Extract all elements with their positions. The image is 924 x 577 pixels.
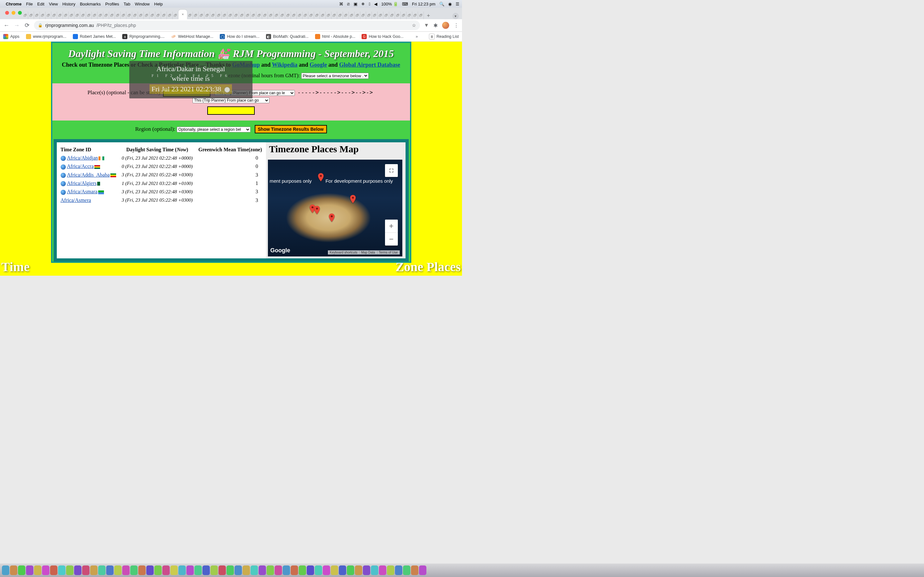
- menu-profiles[interactable]: Profiles: [105, 2, 119, 6]
- brave-shield-icon[interactable]: ▼: [424, 23, 429, 28]
- pinned-tab[interactable]: 🗗: [401, 11, 407, 19]
- show-results-button[interactable]: Show Timezone Results Below: [255, 125, 327, 133]
- timezone-link[interactable]: Africa/Algiers: [67, 181, 97, 186]
- timezone-link[interactable]: Africa/Abidjan: [67, 155, 98, 161]
- pinned-tab[interactable]: 🗗: [250, 11, 256, 19]
- pinned-tab[interactable]: 🗗: [132, 11, 138, 19]
- pinned-tab[interactable]: 🗗: [121, 11, 126, 19]
- pinned-tab[interactable]: 🗗: [69, 11, 74, 19]
- airplay-icon[interactable]: ▣: [354, 2, 357, 6]
- menu-tab[interactable]: Tab: [124, 2, 130, 6]
- results-table-pane[interactable]: Time Zone ID Daylight Saving Time (Now) …: [55, 141, 266, 259]
- menu-window[interactable]: Window: [135, 2, 150, 6]
- pinned-tab[interactable]: 🗗: [245, 11, 250, 19]
- bluetooth-icon[interactable]: ✵: [361, 2, 365, 6]
- bookmark-item[interactable]: aRjmprogramming....: [122, 34, 165, 39]
- reading-list-button[interactable]: ≣Reading List: [429, 34, 459, 39]
- reload-button[interactable]: ⟳: [24, 22, 30, 29]
- bookmark-apps[interactable]: Apps: [3, 34, 19, 39]
- pinned-tab[interactable]: 🗗: [366, 11, 372, 19]
- pinned-tab[interactable]: 🗗: [331, 11, 337, 19]
- pinned-tab[interactable]: 🗗: [418, 11, 424, 19]
- menu-view[interactable]: View: [49, 2, 58, 6]
- window-minimize-button[interactable]: [11, 11, 15, 15]
- bookmark-item[interactable]: ◯How do I stream...: [220, 34, 259, 39]
- active-tab[interactable]: ×: [178, 10, 187, 19]
- pinned-tab[interactable]: 🗗: [222, 11, 228, 19]
- map-zoom-out-button[interactable]: −: [385, 232, 398, 245]
- pinned-tab[interactable]: 🗗: [97, 11, 103, 19]
- forward-button[interactable]: →: [13, 22, 20, 29]
- pinned-tab[interactable]: 🗗: [167, 11, 173, 19]
- pinned-tab[interactable]: 🗗: [80, 11, 86, 19]
- map-pin[interactable]: [318, 173, 324, 181]
- pinned-tab[interactable]: 🗗: [92, 11, 97, 19]
- pinned-tab[interactable]: 🗗: [228, 11, 233, 19]
- pinned-tab[interactable]: 🗗: [115, 11, 121, 19]
- pinned-tab[interactable]: 🗗: [262, 11, 268, 19]
- pinned-tab[interactable]: 🗗: [204, 11, 210, 19]
- pinned-tab[interactable]: 🗗: [274, 11, 279, 19]
- back-button[interactable]: ←: [3, 22, 10, 29]
- pinned-tab[interactable]: 🗗: [144, 11, 150, 19]
- pinned-tab[interactable]: 🗗: [63, 11, 69, 19]
- pinned-tab[interactable]: 🗗: [343, 11, 349, 19]
- pinned-tab[interactable]: 🗗: [372, 11, 378, 19]
- pinned-tab[interactable]: 🗗: [297, 11, 302, 19]
- volume-icon[interactable]: ◀: [374, 2, 377, 6]
- timezone-link[interactable]: Africa/Addis_Ababa: [67, 172, 110, 177]
- pinned-tab[interactable]: 🗗: [360, 11, 366, 19]
- link-global-airport-db[interactable]: Global Airport Database: [339, 61, 400, 68]
- map-zoom-in-button[interactable]: +: [385, 219, 398, 232]
- address-bar[interactable]: 🔒 rjmprogramming.com.au/PHP/tz_places.ph…: [34, 21, 420, 30]
- timezone-link[interactable]: Africa/Asmera: [61, 197, 91, 203]
- pinned-tab[interactable]: 🗗: [40, 11, 45, 19]
- bookmark-item[interactable]: www.rjmprogram...: [26, 34, 66, 39]
- pinned-tab[interactable]: 🗗: [291, 11, 297, 19]
- pinned-tab[interactable]: 🗗: [199, 11, 204, 19]
- menubar-app-name[interactable]: Chrome: [6, 2, 21, 6]
- wifi-icon[interactable]: 􀙇: [368, 2, 370, 6]
- pinned-tab[interactable]: 🗗: [57, 11, 63, 19]
- timezone-select[interactable]: Please select a timezone below ..: [301, 73, 368, 79]
- link-google[interactable]: Google: [310, 61, 327, 68]
- map-fullscreen-button[interactable]: [385, 164, 398, 177]
- input-source-icon[interactable]: ⌨︎: [402, 2, 408, 6]
- timezone-link[interactable]: Africa/Asmara: [67, 189, 97, 194]
- timezone-link[interactable]: Africa/Accra: [67, 163, 94, 169]
- window-zoom-button[interactable]: [18, 11, 22, 15]
- pinned-tab[interactable]: 🗗: [138, 11, 144, 19]
- menu-bookmarks[interactable]: Bookmarks: [80, 2, 101, 6]
- pinned-tab[interactable]: 🗗: [412, 11, 418, 19]
- pinned-tab[interactable]: 🗗: [337, 11, 343, 19]
- menubar-status-icon[interactable]: ⎚: [347, 2, 350, 6]
- pinned-tab[interactable]: 🗗: [279, 11, 285, 19]
- link-wikipedia[interactable]: Wikipedia: [272, 61, 297, 68]
- pinned-tab[interactable]: 🗗: [320, 11, 326, 19]
- region-select[interactable]: Optionally, please select a region bel: [177, 127, 250, 132]
- pinned-tab[interactable]: 🗗: [285, 11, 291, 19]
- bookmarks-overflow-button[interactable]: »: [416, 34, 418, 39]
- map-pin[interactable]: [329, 213, 334, 222]
- pinned-tab[interactable]: 🗗: [34, 11, 40, 19]
- bookmark-item[interactable]: html - Absolute p...: [315, 34, 355, 39]
- menu-history[interactable]: History: [62, 2, 75, 6]
- pinned-tab[interactable]: 🗗: [86, 11, 92, 19]
- pinned-tab[interactable]: 🗗: [74, 11, 80, 19]
- pinned-tab[interactable]: 🗗: [349, 11, 355, 19]
- bookmark-item[interactable]: cPWebHost Manage...: [171, 34, 213, 39]
- control-center-icon[interactable]: ☰: [456, 2, 459, 6]
- pinned-tab[interactable]: 🗗: [161, 11, 167, 19]
- pinned-tab[interactable]: 🗗: [302, 11, 309, 19]
- menu-help[interactable]: Help: [154, 2, 163, 6]
- bookmark-item[interactable]: GHow to Hack Goo...: [362, 34, 403, 39]
- map-pin[interactable]: [350, 195, 356, 203]
- pinned-tab[interactable]: 🗗: [355, 11, 360, 19]
- battery-status[interactable]: 100% 🔋: [381, 2, 398, 6]
- pinned-tab[interactable]: 🗗: [28, 11, 34, 19]
- map-pin[interactable]: [314, 206, 320, 214]
- map-keyboard-link[interactable]: Keyboard shortcuts: [328, 251, 359, 254]
- menubar-status-icon[interactable]: ⌘: [339, 2, 343, 6]
- pinned-tab[interactable]: 🗗: [187, 11, 193, 19]
- pinned-tab[interactable]: 🗗: [150, 11, 155, 19]
